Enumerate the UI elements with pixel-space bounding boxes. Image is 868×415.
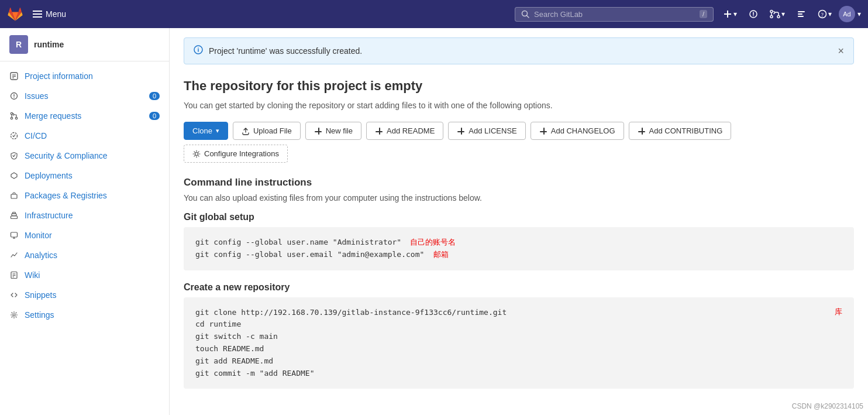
add-changelog-icon (539, 127, 547, 135)
sidebar-item-security-compliance[interactable]: Security & Compliance (0, 146, 169, 166)
add-license-button[interactable]: Add LICENSE (448, 122, 525, 140)
top-navigation: Menu / ▾ ▾ ? ▾ Ad ▾ (0, 0, 868, 28)
action-buttons-row2: Configure Integrations (184, 145, 854, 163)
analytics-icon (9, 251, 19, 260)
svg-point-53 (195, 152, 198, 155)
clone-chevron-icon: ▾ (216, 127, 219, 135)
avatar-chevron: ▾ (857, 10, 861, 18)
add-contributing-label: Add CONTRIBUTING (649, 126, 723, 135)
sidebar-item-analytics[interactable]: Analytics (0, 245, 169, 265)
upload-icon (242, 127, 250, 135)
add-changelog-button[interactable]: Add CHANGELOG (531, 122, 624, 140)
svg-rect-32 (11, 232, 18, 237)
alert-info-icon (194, 45, 203, 57)
todo-button[interactable] (792, 6, 811, 22)
add-readme-button[interactable]: Add README (366, 122, 443, 140)
add-changelog-label: Add CHANGELOG (551, 126, 615, 135)
gitlab-logo (7, 6, 23, 22)
avatar-initials: Ad (843, 11, 850, 18)
sidebar-project-header: R runtime (0, 28, 169, 61)
svg-rect-3 (724, 13, 731, 15)
add-license-label: Add LICENSE (469, 126, 516, 135)
sidebar-item-wiki[interactable]: Wiki (0, 265, 169, 285)
clone-button[interactable]: Clone ▾ (184, 122, 228, 140)
svg-rect-48 (457, 131, 464, 132)
add-contributing-button[interactable]: Add CONTRIBUTING (629, 122, 732, 140)
issues-badge: 0 (149, 92, 160, 100)
main-content: Project 'runtime' was successfully creat… (170, 28, 868, 415)
issues-button[interactable] (744, 6, 763, 22)
command-line-section-desc: You can also upload existing files from … (184, 193, 854, 203)
svg-point-42 (198, 47, 199, 49)
sidebar-item-merge-requests[interactable]: Merge requests 0 (0, 106, 169, 126)
svg-line-1 (527, 16, 529, 18)
sidebar-item-packages-registries[interactable]: Packages & Registries (0, 186, 169, 205)
page-body: The repository for this project is empty… (170, 69, 868, 410)
create-new-button[interactable]: ▾ (718, 6, 742, 22)
help-chevron: ▾ (828, 10, 832, 18)
create-repo-title: Create a new repository (184, 282, 854, 293)
sidebar-item-snippets[interactable]: Snippets (0, 285, 169, 305)
git-global-setup-code: git config --global user.name "Administr… (195, 236, 842, 261)
create-repo-code: git clone http://192.168.70.139/gitlab-i… (195, 307, 842, 380)
svg-rect-13 (798, 16, 804, 17)
main-layout: R runtime Project information Issues 0 (0, 28, 868, 415)
create-repo-annotation: 库 (835, 307, 842, 317)
settings-icon (9, 310, 19, 320)
configure-integrations-label: Configure Integrations (204, 149, 279, 158)
svg-point-23 (11, 112, 12, 114)
mr-nav-chevron: ▾ (781, 10, 785, 18)
search-icon (521, 10, 529, 18)
wiki-icon (9, 270, 19, 280)
alert-message: Project 'runtime' was successfully creat… (209, 46, 832, 56)
new-file-label: New file (326, 126, 353, 135)
sidebar-item-infrastructure[interactable]: Infrastructure (0, 205, 169, 225)
svg-point-22 (13, 97, 14, 98)
cicd-icon (9, 131, 19, 140)
add-license-icon (457, 127, 465, 135)
sidebar-item-project-information[interactable]: Project information (0, 66, 169, 86)
svg-rect-31 (13, 212, 16, 214)
add-readme-icon (375, 127, 383, 135)
issues-icon (9, 91, 19, 101)
sidebar-navigation: Project information Issues 0 Merge reque… (0, 61, 169, 330)
help-button[interactable]: ? ▾ (813, 6, 836, 22)
success-alert: Project 'runtime' was successfully creat… (184, 37, 854, 64)
svg-text:?: ? (821, 12, 824, 18)
svg-point-9 (777, 16, 780, 18)
watermark: CSDN @k2902314105 (792, 402, 863, 410)
user-avatar[interactable]: Ad (839, 6, 855, 22)
svg-point-6 (753, 15, 754, 16)
command-line-section-title: Command line instructions (184, 177, 854, 188)
sidebar-item-issues[interactable]: Issues 0 (0, 86, 169, 106)
sidebar-item-monitor[interactable]: Monitor (0, 225, 169, 245)
topnav-icon-group: ▾ ▾ ? ▾ Ad ▾ (718, 6, 861, 22)
menu-button[interactable]: Menu (28, 7, 71, 21)
svg-point-25 (15, 117, 17, 119)
sidebar-item-settings[interactable]: Settings (0, 305, 169, 325)
git-global-setup-title: Git global setup (184, 212, 854, 222)
svg-point-8 (770, 16, 773, 18)
alert-close-button[interactable]: × (838, 46, 844, 56)
new-file-button[interactable]: New file (305, 122, 361, 140)
action-buttons-row: Clone ▾ Upload File New file Add README (184, 122, 854, 140)
merge-requests-nav-button[interactable]: ▾ (765, 6, 790, 22)
sidebar-item-deployments[interactable]: Deployments (0, 166, 169, 186)
svg-point-39 (13, 314, 15, 316)
upload-file-button[interactable]: Upload File (233, 122, 301, 140)
svg-rect-44 (315, 131, 322, 132)
upload-file-label: Upload File (253, 126, 292, 135)
svg-rect-46 (376, 131, 383, 132)
svg-rect-29 (11, 216, 18, 219)
configure-integrations-button[interactable]: Configure Integrations (184, 145, 288, 163)
deployments-icon (9, 171, 19, 180)
monitor-icon (9, 231, 19, 240)
global-search[interactable]: / (515, 7, 714, 22)
page-description: You can get started by cloning the repos… (184, 101, 854, 110)
project-information-icon (9, 71, 19, 81)
add-readme-label: Add README (387, 126, 435, 135)
merge-requests-badge: 0 (149, 112, 160, 120)
sidebar: R runtime Project information Issues 0 (0, 28, 170, 415)
sidebar-item-cicd[interactable]: CI/CD (0, 126, 169, 146)
search-input[interactable] (534, 10, 695, 19)
